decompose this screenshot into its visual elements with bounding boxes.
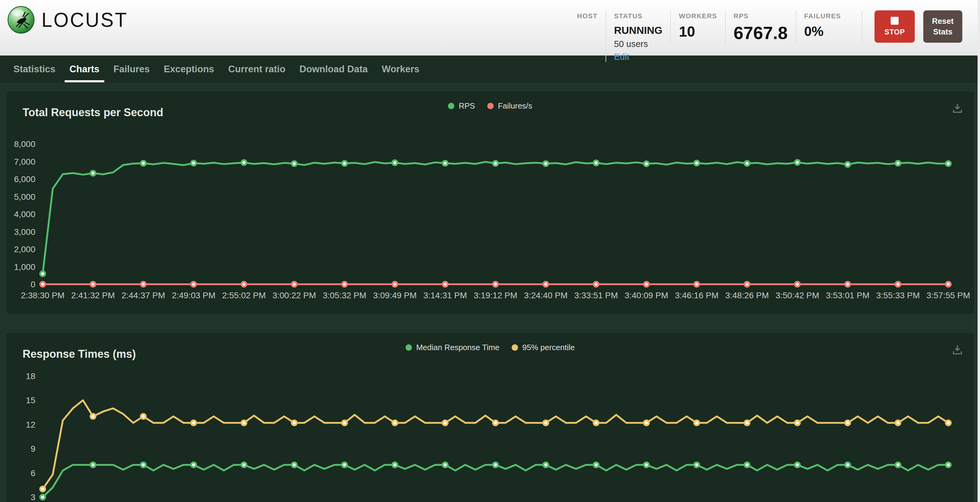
svg-text:12: 12	[26, 420, 35, 429]
response-times-chart-panel: 369121518 Response Times (ms) Median Res…	[6, 333, 974, 502]
download-chart-icon[interactable]	[951, 103, 963, 113]
tab-download-data[interactable]: Download Data	[299, 64, 368, 75]
stat-status: STATUS RUNNING 50 users Edit	[606, 10, 670, 62]
svg-text:3:00:22 PM: 3:00:22 PM	[272, 291, 316, 300]
svg-text:3:24:40 PM: 3:24:40 PM	[524, 291, 568, 300]
svg-text:3,000: 3,000	[14, 227, 35, 237]
stop-square-icon	[891, 17, 899, 25]
svg-text:2:55:02 PM: 2:55:02 PM	[222, 291, 266, 300]
rps-label: RPS	[733, 12, 788, 20]
svg-text:2:49:03 PM: 2:49:03 PM	[172, 291, 215, 300]
rps-value: 6767.8	[733, 22, 788, 43]
stat-failures: FAILURES 0%	[795, 10, 849, 45]
svg-text:3:50:42 PM: 3:50:42 PM	[775, 291, 819, 300]
svg-text:3:14:31 PM: 3:14:31 PM	[423, 291, 467, 300]
svg-text:7,000: 7,000	[14, 157, 35, 167]
svg-text:3:57:55 PM: 3:57:55 PM	[926, 291, 970, 300]
workers-label: WORKERS	[679, 12, 717, 20]
svg-text:3: 3	[30, 492, 35, 502]
header-stats: HOST STATUS RUNNING 50 users Edit WORKER…	[569, 10, 963, 62]
tab-current-ratio[interactable]: Current ratio	[228, 64, 285, 75]
svg-text:15: 15	[26, 395, 35, 405]
svg-text:1,000: 1,000	[14, 262, 35, 272]
status-value: RUNNING	[614, 24, 663, 36]
svg-text:9: 9	[30, 444, 35, 454]
svg-text:3:48:26 PM: 3:48:26 PM	[725, 291, 769, 300]
host-label: HOST	[577, 12, 598, 20]
tab-statistics[interactable]: Statistics	[13, 64, 56, 75]
header-buttons: STOP Reset Stats	[862, 10, 963, 43]
svg-text:3:05:32 PM: 3:05:32 PM	[323, 291, 366, 300]
failures-value: 0%	[804, 24, 841, 39]
svg-text:3:19:12 PM: 3:19:12 PM	[474, 291, 517, 300]
svg-text:18: 18	[26, 371, 35, 381]
logo-link[interactable]: LOCUST	[7, 6, 128, 33]
legend-item-failures[interactable]: Failures/s	[487, 101, 532, 111]
svg-text:2:41:32 PM: 2:41:32 PM	[71, 291, 115, 300]
svg-text:3:40:09 PM: 3:40:09 PM	[624, 291, 668, 300]
svg-text:3:55:33 PM: 3:55:33 PM	[876, 291, 920, 300]
svg-text:2,000: 2,000	[14, 245, 35, 254]
legend-item-p95[interactable]: 95% percentile	[512, 343, 575, 352]
reset-stats-button[interactable]: Reset Stats	[923, 10, 963, 43]
download-chart-icon[interactable]	[951, 345, 963, 355]
failures-legend-label: Failures/s	[498, 101, 532, 111]
svg-text:6,000: 6,000	[14, 174, 35, 184]
median-legend-dot-icon	[406, 344, 412, 351]
rps-chart-legend: RPS Failures/s	[6, 101, 974, 111]
tab-charts[interactable]: Charts	[70, 64, 99, 75]
svg-text:3:46:16 PM: 3:46:16 PM	[675, 291, 718, 300]
p95-legend-label: 95% percentile	[522, 343, 575, 352]
failures-legend-dot-icon	[487, 103, 494, 109]
tab-exceptions[interactable]: Exceptions	[164, 64, 214, 75]
page-scrollbar[interactable]	[978, 0, 980, 502]
legend-item-rps[interactable]: RPS	[448, 101, 475, 111]
stat-host: HOST	[569, 10, 606, 45]
stat-workers: WORKERS 10	[670, 10, 725, 45]
failures-label: FAILURES	[804, 12, 841, 20]
svg-text:0: 0	[30, 280, 35, 289]
stat-rps: RPS 6767.8	[725, 10, 795, 45]
workers-value: 10	[679, 23, 717, 40]
user-count: 50 users	[614, 39, 663, 49]
svg-text:3:53:01 PM: 3:53:01 PM	[826, 291, 869, 300]
svg-text:6: 6	[30, 469, 35, 478]
svg-text:5,000: 5,000	[14, 192, 35, 202]
svg-text:3:09:49 PM: 3:09:49 PM	[373, 291, 417, 300]
response-times-chart-canvas[interactable]: 369121518	[6, 333, 974, 502]
svg-text:8,000: 8,000	[14, 139, 35, 149]
svg-text:3:33:51 PM: 3:33:51 PM	[574, 291, 618, 300]
rps-legend-label: RPS	[458, 101, 475, 111]
svg-text:2:38:30 PM: 2:38:30 PM	[21, 291, 64, 300]
stop-button[interactable]: STOP	[875, 10, 915, 43]
rps-chart-canvas[interactable]: 01,0002,0003,0004,0005,0006,0007,0008,00…	[6, 91, 974, 314]
tab-workers[interactable]: Workers	[382, 64, 420, 75]
median-legend-label: Median Response Time	[416, 343, 500, 352]
status-label: STATUS	[614, 12, 663, 20]
edit-users-link[interactable]: Edit	[614, 52, 629, 62]
logo-text: LOCUST	[41, 8, 128, 32]
p95-legend-dot-icon	[512, 344, 518, 351]
app-header: LOCUST HOST STATUS RUNNING 50 users Edit…	[0, 0, 980, 56]
locust-logo-icon	[7, 6, 35, 33]
rps-chart-panel: 01,0002,0003,0004,0005,0006,0007,0008,00…	[6, 91, 974, 314]
svg-text:2:44:37 PM: 2:44:37 PM	[121, 291, 165, 300]
svg-text:4,000: 4,000	[14, 210, 35, 219]
tab-failures[interactable]: Failures	[113, 64, 150, 75]
legend-item-median[interactable]: Median Response Time	[406, 343, 500, 352]
rps-legend-dot-icon	[448, 103, 454, 109]
stop-button-label: STOP	[885, 28, 905, 36]
response-times-chart-legend: Median Response Time 95% percentile	[6, 343, 974, 352]
